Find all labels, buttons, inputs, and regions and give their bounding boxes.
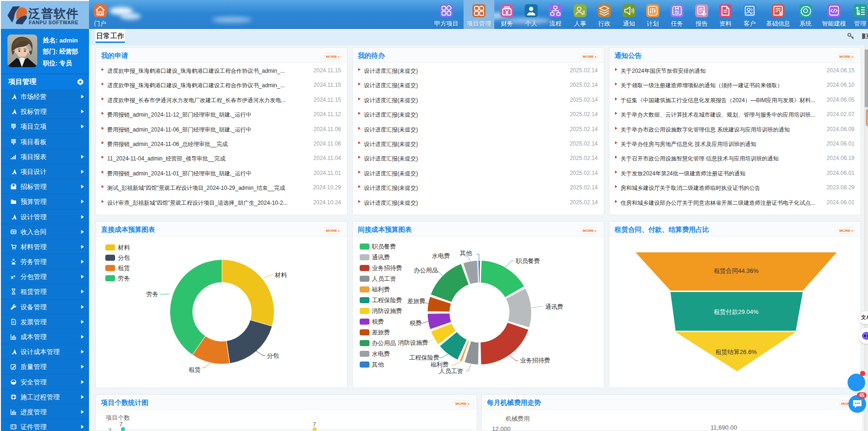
svg-text:业务招待费: 业务招待费 [372, 264, 402, 271]
svg-text:职员餐费: 职员餐费 [515, 257, 540, 264]
svg-text:水电费: 水电费 [372, 350, 390, 357]
svg-text:分包: 分包 [267, 352, 279, 359]
svg-text:材料: 材料 [117, 244, 130, 251]
svg-text:差旅费: 差旅费 [407, 298, 425, 305]
svg-text:租赁合同44.36%: 租赁合同44.36% [714, 267, 759, 274]
svg-text:水电费: 水电费 [432, 252, 450, 259]
svg-text:租赁付款29.04%: 租赁付款29.04% [714, 308, 759, 315]
svg-text:其他: 其他 [372, 361, 384, 368]
svg-text:业务招待费: 业务招待费 [520, 357, 550, 364]
svg-text:分包: 分包 [118, 254, 130, 261]
svg-text:人员工资: 人员工资 [439, 368, 463, 375]
svg-text:通讯费: 通讯费 [372, 254, 390, 261]
svg-text:材料: 材料 [274, 271, 287, 278]
svg-text:消防设施费: 消防设施费 [372, 307, 402, 314]
svg-text:工程保险费: 工程保险费 [372, 297, 402, 304]
svg-text:税费: 税费 [372, 318, 384, 325]
svg-text:租赁结算26.6%: 租赁结算26.6% [716, 348, 757, 355]
svg-text:差旅费: 差旅费 [372, 329, 390, 336]
svg-text:职员餐费: 职员餐费 [371, 243, 396, 250]
svg-text:税费: 税费 [410, 320, 422, 327]
svg-text:通讯费: 通讯费 [545, 303, 563, 310]
svg-text:办公用品: 办公用品 [414, 267, 438, 274]
svg-text:x²: x² [11, 274, 15, 280]
svg-text:办公用品: 办公用品 [372, 340, 396, 347]
svg-text:工程保险费: 工程保险费 [409, 354, 439, 361]
svg-text:租赁: 租赁 [189, 366, 201, 373]
svg-text:租赁: 租赁 [118, 264, 130, 271]
svg-text:福利费: 福利费 [430, 361, 449, 368]
svg-text:人员工资: 人员工资 [372, 275, 396, 282]
svg-text:劳务: 劳务 [146, 291, 158, 298]
svg-text:其他: 其他 [460, 250, 472, 257]
svg-text:劳务: 劳务 [118, 275, 130, 282]
svg-text:福利费: 福利费 [371, 286, 390, 293]
svg-text:消防设施费: 消防设施费 [398, 339, 428, 346]
